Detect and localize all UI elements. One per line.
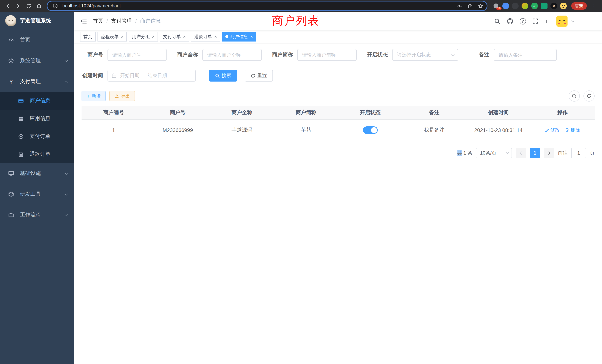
sidebar-subitem-pay-order[interactable]: 支付订单 [0, 128, 74, 145]
avatar-caret-icon[interactable] [571, 19, 574, 22]
sidebar-item-dev-tools[interactable]: 研发工具 [0, 184, 74, 205]
sidebar-subitem-label: 支付订单 [30, 133, 50, 140]
tab-merchant-info[interactable]: 商户信息× [222, 32, 256, 42]
col-merchant-short-name: 商户简称 [274, 106, 338, 119]
filter-remark: 备注 [468, 49, 557, 61]
search-button[interactable]: 搜索 [209, 70, 237, 82]
github-icon[interactable] [506, 18, 513, 24]
filter-merchant-short-name: 商户简称 [271, 49, 357, 61]
browser-menu-icon[interactable]: ⋮ [589, 3, 599, 9]
filter-status: 开启状态 请选择开启状态 [366, 49, 458, 61]
toggle-search-button[interactable] [569, 90, 580, 102]
breadcrumb-merchant-info: 商户信息 [140, 18, 161, 24]
sidebar-item-label: 系统管理 [20, 57, 65, 64]
right-toolbar [569, 90, 595, 102]
date-range-picker[interactable]: 开始日期 - 结束日期 [108, 70, 196, 82]
tags-view: 首页 流程表单× 用户分组× 支付订单× 退款订单× 商户信息× [74, 30, 602, 43]
refresh-button[interactable] [583, 90, 595, 102]
prev-page-button[interactable] [516, 148, 526, 158]
filter-merchant-name: 商户全称 [176, 49, 262, 61]
reload-icon[interactable] [24, 1, 33, 10]
page-number-button[interactable]: 1 [530, 148, 540, 158]
sidebar-item-system[interactable]: 系统管理 [0, 50, 74, 71]
page-size-select[interactable]: 10条/页 [476, 148, 512, 158]
extension-black-icon[interactable]: ✕ [550, 3, 557, 9]
profile-avatar-icon[interactable] [560, 3, 567, 9]
address-bar[interactable]: localhost:1024/pay/merchant [47, 1, 487, 10]
add-button[interactable]: + 新增 [82, 91, 106, 101]
status-select-placeholder: 请选择开启状态 [397, 52, 431, 58]
fullscreen-icon[interactable] [532, 18, 538, 24]
reset-button[interactable]: 重置 [245, 70, 273, 82]
chevron-down-icon [452, 53, 455, 56]
close-icon[interactable]: × [214, 34, 217, 39]
close-icon[interactable]: × [121, 34, 123, 39]
tab-user-group[interactable]: 用户分组× [129, 32, 158, 42]
card-icon [17, 98, 24, 104]
breadcrumb-payment[interactable]: 支付管理 [111, 18, 132, 24]
browser-update-button[interactable]: 更新 [571, 2, 587, 10]
extension-dark-icon[interactable] [512, 3, 519, 9]
delete-link[interactable]: 删除 [565, 127, 580, 133]
sidebar-logo[interactable]: 芋道管理系统 [0, 12, 74, 30]
forward-icon[interactable] [13, 1, 23, 10]
user-avatar[interactable] [556, 16, 568, 27]
home-icon[interactable] [34, 1, 44, 10]
sidebar-item-infrastructure[interactable]: 基础设施 [0, 163, 74, 184]
target-icon [17, 134, 24, 139]
tab-home[interactable]: 首页 [80, 32, 96, 42]
merchant-short-name-input[interactable] [297, 49, 357, 61]
remark-label: 备注 [468, 52, 494, 58]
main-area: 首页 / 支付管理 / 商户信息 ? [74, 12, 602, 364]
sidebar-subitem-refund-order[interactable]: 退款订单 [0, 145, 74, 163]
search-icon[interactable] [494, 18, 500, 24]
share-icon[interactable] [466, 1, 474, 10]
extension-green-circle-icon[interactable]: ✓ [531, 3, 538, 9]
cell-merchant-no: M233666999 [146, 119, 210, 141]
sidebar-item-label: 基础设施 [20, 170, 65, 177]
remark-input[interactable] [494, 49, 557, 61]
filter-row-1: 商户号 商户全称 商户简称 开启状态 请选择开启状态 [82, 49, 595, 61]
tab-refund-order[interactable]: 退款订单× [191, 32, 220, 42]
sidebar-subitem-merchant-info[interactable]: 商户信息 [0, 92, 74, 110]
status-label: 开启状态 [366, 52, 392, 58]
bookmark-star-icon[interactable] [476, 1, 484, 10]
next-page-button[interactable] [544, 148, 554, 158]
close-icon[interactable]: × [250, 34, 253, 39]
tab-pay-order[interactable]: 支付订单× [160, 32, 189, 42]
payment-submenu: 商户信息 应用信息 支付订单 [0, 92, 74, 163]
status-select[interactable]: 请选择开启状态 [392, 49, 458, 61]
extension-blue-icon[interactable] [502, 3, 509, 9]
sidebar-subitem-label: 商户信息 [30, 97, 50, 104]
extensions-puzzle-icon[interactable]: 10 [493, 3, 499, 9]
close-icon[interactable]: × [152, 34, 155, 39]
plus-icon: + [87, 93, 90, 99]
status-toggle[interactable] [363, 126, 377, 134]
goto-page-input[interactable] [571, 148, 586, 158]
url-host: localhost:1024 [62, 3, 91, 9]
help-icon[interactable]: ? [519, 18, 526, 24]
sidebar-item-payment[interactable]: ¥ 支付管理 [0, 71, 74, 92]
tab-process-form[interactable]: 流程表单× [97, 32, 127, 42]
merchant-table: 商户编号 商户号 商户全称 商户简称 开启状态 备注 创建时间 操作 1 [82, 106, 595, 141]
gear-icon [7, 58, 15, 64]
breadcrumb-home[interactable]: 首页 [93, 18, 103, 24]
sidebar-fold-icon[interactable] [80, 18, 87, 24]
extension-avatar-icon[interactable] [522, 3, 528, 9]
merchant-name-input[interactable] [202, 49, 262, 61]
site-info-icon[interactable] [51, 1, 59, 10]
back-icon[interactable] [3, 1, 13, 10]
sidebar-item-home[interactable]: 首页 [0, 30, 74, 50]
sidebar-subitem-app-info[interactable]: 应用信息 [0, 110, 74, 128]
cell-merchant-id: 1 [82, 119, 146, 141]
export-button[interactable]: 导出 [109, 91, 135, 101]
merchant-no-input[interactable] [108, 49, 167, 61]
font-size-icon[interactable]: TT [544, 18, 550, 24]
sidebar-item-workflow[interactable]: 工作流程 [0, 205, 74, 225]
extension-green-square-icon[interactable] [541, 3, 548, 9]
edit-link[interactable]: 修改 [545, 127, 560, 133]
password-key-icon[interactable] [456, 1, 464, 10]
close-icon[interactable]: × [183, 34, 186, 39]
url-path: /pay/merchant [91, 3, 121, 9]
chevron-down-icon [65, 213, 68, 216]
